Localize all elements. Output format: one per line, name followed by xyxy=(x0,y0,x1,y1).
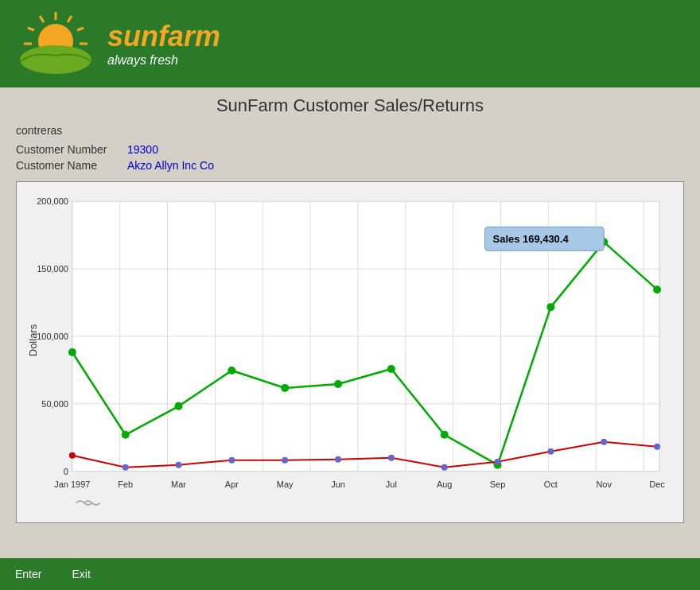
svg-text:Dollars: Dollars xyxy=(27,324,39,356)
svg-point-35 xyxy=(175,402,183,410)
svg-point-51 xyxy=(388,455,395,461)
enter-button[interactable]: Enter xyxy=(12,566,45,582)
svg-point-53 xyxy=(495,459,501,465)
svg-text:100,000: 100,000 xyxy=(37,332,68,341)
brand-text: sunfarm always fresh xyxy=(107,20,220,68)
brand-name: sunfarm xyxy=(107,20,220,53)
svg-point-40 xyxy=(441,431,449,439)
svg-point-36 xyxy=(228,367,235,375)
svg-point-50 xyxy=(335,456,341,463)
svg-point-46 xyxy=(122,464,129,471)
svg-text:Feb: Feb xyxy=(118,479,133,489)
svg-text:Sales 169,430.4: Sales 169,430.4 xyxy=(493,233,570,245)
logo-area: sunfarm always fresh xyxy=(16,8,220,80)
svg-text:200,000: 200,000 xyxy=(37,196,68,206)
exit-button[interactable]: Exit xyxy=(68,566,93,582)
customer-number-label: Customer Number xyxy=(16,143,127,156)
svg-text:Nov: Nov xyxy=(596,479,612,489)
svg-point-48 xyxy=(228,457,235,464)
svg-point-52 xyxy=(441,464,448,471)
svg-text:Dec: Dec xyxy=(649,479,665,489)
svg-text:Apr: Apr xyxy=(225,479,239,489)
svg-text:Oct: Oct xyxy=(544,479,558,489)
svg-point-54 xyxy=(547,448,554,455)
svg-point-44 xyxy=(653,285,661,293)
chart-container: 200,000 150,000 100,000 50,000 0 Dollars xyxy=(16,181,684,523)
customer-name-row: Customer Name Akzo Allyn Inc Co xyxy=(16,159,684,172)
svg-point-37 xyxy=(281,384,289,392)
chart-svg: 200,000 150,000 100,000 50,000 0 Dollars xyxy=(25,190,675,514)
svg-text:Aug: Aug xyxy=(437,479,453,489)
svg-line-2 xyxy=(77,28,84,30)
user-label: contreras xyxy=(16,124,684,137)
svg-text:Mar: Mar xyxy=(171,479,186,489)
customer-name-value: Akzo Allyn Inc Co xyxy=(127,159,214,172)
svg-point-33 xyxy=(68,348,76,356)
logo-icon xyxy=(16,8,95,80)
svg-point-42 xyxy=(546,303,554,311)
svg-point-45 xyxy=(69,452,76,459)
svg-point-47 xyxy=(176,462,182,468)
app-header: sunfarm always fresh xyxy=(0,0,700,87)
svg-text:Jul: Jul xyxy=(386,479,397,489)
customer-number-row: Customer Number 19300 xyxy=(16,143,684,156)
main-content: SunFarm Customer Sales/Returns contreras… xyxy=(0,87,700,565)
svg-text:Jan 1997: Jan 1997 xyxy=(54,479,90,489)
svg-point-38 xyxy=(334,380,342,388)
svg-point-39 xyxy=(387,365,395,373)
page-title: SunFarm Customer Sales/Returns xyxy=(16,95,684,116)
footer: Enter Exit xyxy=(0,558,700,590)
svg-text:50,000: 50,000 xyxy=(41,399,68,409)
svg-point-49 xyxy=(282,457,288,464)
customer-info: Customer Number 19300 Customer Name Akzo… xyxy=(16,143,684,172)
customer-number-value: 19300 xyxy=(127,143,158,156)
svg-point-55 xyxy=(601,439,607,445)
svg-line-5 xyxy=(28,28,34,30)
svg-text:Sep: Sep xyxy=(490,479,506,489)
svg-text:May: May xyxy=(277,479,294,489)
svg-point-56 xyxy=(654,444,660,450)
brand-tagline: always fresh xyxy=(107,53,220,68)
svg-line-1 xyxy=(68,16,72,22)
svg-line-4 xyxy=(40,16,44,22)
svg-point-34 xyxy=(122,431,130,439)
svg-point-8 xyxy=(20,45,91,74)
svg-text:150,000: 150,000 xyxy=(37,264,68,274)
customer-name-label: Customer Name xyxy=(16,159,127,172)
svg-text:0: 0 xyxy=(64,467,68,476)
svg-text:Jun: Jun xyxy=(331,479,345,489)
